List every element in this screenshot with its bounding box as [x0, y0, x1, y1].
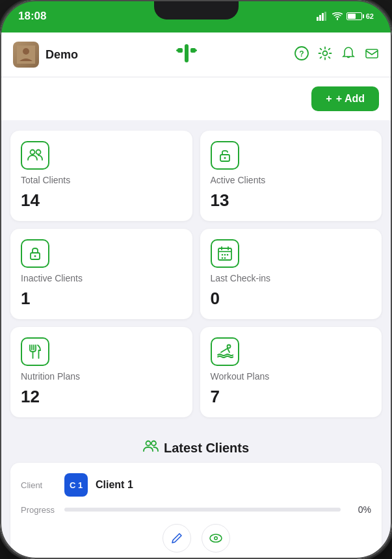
battery-percent: 62	[366, 12, 374, 20]
dumbbell-icon	[175, 42, 198, 65]
checkins-value: 0	[211, 289, 372, 309]
stat-card-total-clients[interactable]: Total Clients 14	[10, 131, 192, 221]
add-icon: +	[326, 93, 332, 105]
client-1-progress-bar	[64, 508, 341, 512]
svg-point-25	[221, 254, 223, 256]
stat-card-workout[interactable]: Workout Plans 7	[200, 327, 382, 417]
header-logo	[175, 42, 198, 68]
inactive-clients-label: Inactive Clients	[21, 273, 182, 283]
stat-card-inactive-clients[interactable]: Inactive Clients 1	[10, 229, 192, 319]
people-icon	[21, 141, 49, 170]
phone-frame: 18:08	[0, 0, 392, 559]
svg-text:?: ?	[299, 49, 304, 58]
workout-value: 7	[211, 387, 372, 407]
screen: 18:08	[0, 0, 392, 559]
status-icons: 62	[317, 12, 374, 21]
stat-card-nutrition[interactable]: Nutrition Plans 12	[10, 327, 192, 417]
client-1-initials: C 1	[70, 480, 83, 490]
svg-point-27	[226, 254, 228, 256]
people-small-icon	[143, 439, 159, 452]
envelope-icon	[365, 46, 379, 60]
stat-card-active-clients[interactable]: Active Clients 13	[200, 131, 382, 221]
svg-point-34	[146, 441, 150, 446]
avatar-image	[13, 42, 39, 68]
svg-point-20	[34, 255, 36, 257]
svg-point-13	[322, 51, 327, 55]
client-1-actions	[21, 524, 371, 552]
client-1-progress-pct: 0%	[348, 504, 371, 515]
signal-icon	[317, 12, 328, 21]
fork-knife-svg	[27, 343, 44, 360]
checkins-label: Last Check-ins	[211, 273, 372, 283]
header-user-label: Demo	[46, 48, 78, 62]
gear-icon	[318, 46, 332, 60]
swimmer-icon	[211, 337, 239, 366]
total-clients-value: 14	[21, 190, 182, 211]
svg-rect-1	[319, 15, 321, 21]
svg-rect-3	[324, 12, 326, 21]
client-1-avatar: C 1	[64, 473, 88, 497]
edit-icon	[171, 532, 183, 544]
svg-point-26	[224, 254, 226, 256]
battery-icon	[346, 12, 362, 20]
svg-rect-9	[176, 49, 179, 51]
client-1-edit-button[interactable]	[163, 524, 191, 552]
header-right: ?	[294, 46, 379, 64]
svg-rect-2	[322, 13, 324, 21]
bell-icon	[341, 46, 356, 60]
svg-point-28	[221, 257, 223, 259]
client-1-label: Client	[21, 480, 57, 490]
lock-svg	[27, 245, 44, 262]
notification-icon[interactable]	[341, 46, 356, 64]
svg-point-5	[23, 48, 29, 55]
client-1-row: Client C 1 Client 1	[21, 473, 371, 497]
workout-label: Workout Plans	[211, 371, 372, 382]
active-clients-label: Active Clients	[211, 175, 372, 185]
avatar	[13, 42, 39, 68]
svg-rect-14	[366, 49, 378, 58]
swimmer-svg	[216, 343, 233, 360]
active-clients-value: 13	[211, 190, 372, 211]
lock-open-icon	[211, 141, 239, 170]
nutrition-value: 12	[21, 387, 182, 407]
add-label: + Add	[336, 93, 365, 105]
svg-point-35	[151, 441, 156, 446]
avatar-person-icon	[17, 46, 35, 64]
svg-point-33	[227, 345, 230, 348]
client-1-name: Client 1	[96, 479, 133, 491]
add-btn-container: + + Add	[0, 77, 392, 120]
client-1-progress-row: Progress 0%	[21, 504, 371, 515]
inactive-clients-value: 1	[21, 289, 182, 309]
client-card-1: Client C 1 Client 1 Progress 0%	[10, 463, 382, 559]
status-time: 18:08	[18, 10, 46, 23]
lock-open-svg	[216, 147, 233, 164]
svg-point-38	[215, 538, 216, 540]
svg-rect-0	[317, 17, 319, 21]
settings-icon[interactable]	[318, 46, 332, 64]
calendar-svg	[216, 245, 233, 262]
eye-icon	[209, 532, 222, 544]
section-header: Latest Clients	[0, 428, 392, 463]
latest-clients-title: Latest Clients	[164, 441, 249, 456]
total-clients-label: Total Clients	[21, 175, 182, 185]
stats-grid: Total Clients 14 Active Clients 13	[0, 120, 392, 428]
svg-point-15	[31, 150, 35, 155]
app-content[interactable]: Demo	[0, 32, 392, 559]
question-circle-icon: ?	[294, 46, 309, 60]
mail-icon[interactable]	[365, 46, 379, 64]
notch	[154, 0, 239, 20]
svg-point-18	[224, 157, 226, 159]
people-svg	[27, 147, 44, 164]
client-1-progress-label: Progress	[21, 505, 57, 515]
header: Demo	[0, 32, 392, 77]
svg-point-16	[36, 150, 41, 155]
help-icon[interactable]: ?	[294, 46, 309, 64]
svg-rect-10	[194, 49, 197, 51]
latest-clients-icon	[143, 439, 159, 456]
stat-card-checkins[interactable]: Last Check-ins 0	[200, 229, 382, 319]
svg-rect-6	[185, 44, 189, 62]
client-1-view-button[interactable]	[202, 524, 230, 552]
header-left: Demo	[13, 42, 78, 68]
add-button[interactable]: + + Add	[311, 86, 379, 111]
fork-knife-icon	[21, 337, 49, 366]
